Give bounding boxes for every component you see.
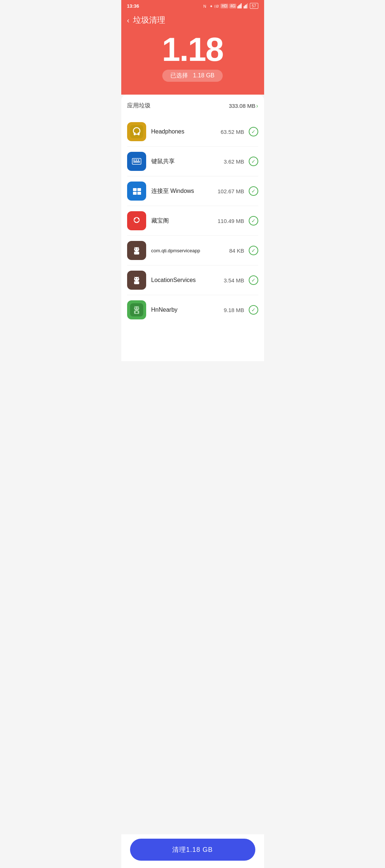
svg-rect-21 [130, 184, 143, 198]
svg-text:(@): (@) [214, 4, 219, 8]
section-header: 应用垃圾 333.08 MB › [127, 102, 258, 110]
app-icon-taobao [127, 211, 146, 230]
app-right: 3.62 MB ✓ [224, 157, 258, 166]
app-right: 110.49 MB ✓ [218, 216, 258, 226]
svg-rect-11 [130, 125, 143, 138]
svg-rect-34 [134, 252, 139, 254]
svg-point-46 [135, 308, 136, 308]
check-icon[interactable]: ✓ [249, 305, 258, 315]
svg-rect-41 [134, 281, 139, 284]
app-name: Headphones [151, 128, 185, 135]
app-right: 84 KB ✓ [229, 246, 258, 255]
app-icon-headphones [127, 122, 146, 141]
svg-text:✦: ✦ [210, 4, 213, 8]
page-header: ‹ 垃圾清理 [121, 11, 264, 26]
list-item[interactable]: 键鼠共享 3.62 MB ✓ [127, 147, 258, 176]
app-info: 藏宝阁 [151, 217, 218, 225]
nfc-icon: N [203, 3, 208, 8]
svg-point-40 [137, 278, 138, 279]
hnnearby-svg [130, 303, 143, 316]
content-area: 应用垃圾 333.08 MB › Headphones 63.52 MB [121, 95, 264, 361]
app-info: 连接至 Windows [151, 187, 218, 195]
app-size: 3.62 MB [224, 158, 244, 165]
hero-section: 1.18 已选择 1.18 GB [121, 26, 264, 95]
check-icon[interactable]: ✓ [249, 275, 258, 285]
svg-rect-4 [238, 5, 240, 8]
app-name: 藏宝阁 [151, 217, 169, 224]
app-size: 9.18 MB [224, 307, 244, 313]
android-dpm-svg [130, 244, 143, 257]
hero-badge: 已选择 1.18 GB [162, 70, 222, 82]
4g-badge: 4G [229, 4, 236, 8]
svg-point-28 [134, 218, 136, 219]
section-title: 应用垃圾 [127, 102, 151, 110]
app-name: com.qti.dpmserviceapp [151, 248, 200, 253]
app-info: Headphones [151, 128, 221, 135]
check-icon[interactable]: ✓ [249, 216, 258, 226]
app-icon-keyboard [127, 152, 146, 171]
list-item[interactable]: 藏宝阁 110.49 MB ✓ [127, 206, 258, 236]
taobao-svg [130, 214, 143, 227]
app-right: 102.67 MB ✓ [218, 186, 258, 196]
svg-rect-7 [244, 6, 245, 8]
page-title: 垃圾清理 [133, 15, 165, 26]
app-size: 3.54 MB [224, 277, 244, 283]
keyboard-svg [130, 155, 143, 168]
app-right: 63.52 MB ✓ [221, 127, 258, 136]
check-icon[interactable]: ✓ [249, 246, 258, 255]
svg-rect-23 [137, 188, 141, 191]
headphones-svg [130, 125, 143, 138]
check-icon[interactable]: ✓ [249, 157, 258, 166]
signal-icon-2 [244, 3, 249, 8]
hd-badge: HD [221, 4, 228, 8]
app-name: HnNearby [151, 307, 178, 313]
app-info: LocationServices [151, 277, 224, 283]
battery-icon: 57 [250, 3, 258, 9]
hero-badge-label: 已选择 [170, 72, 188, 78]
app-info: HnNearby [151, 307, 224, 313]
app-icon-windows [127, 182, 146, 201]
svg-rect-24 [133, 192, 137, 195]
svg-point-29 [138, 218, 139, 219]
app-icon-location [127, 271, 146, 290]
windows-svg [130, 184, 143, 198]
app-name: 连接至 Windows [151, 188, 194, 194]
svg-text:N: N [203, 4, 206, 8]
svg-point-32 [135, 249, 136, 249]
list-item[interactable]: 连接至 Windows 102.67 MB ✓ [127, 176, 258, 206]
app-size: 63.52 MB [221, 129, 244, 135]
app-right: 3.54 MB ✓ [224, 275, 258, 285]
app-icon-hnnearby [127, 300, 146, 319]
svg-rect-14 [138, 132, 140, 135]
svg-point-47 [137, 308, 138, 308]
list-item[interactable]: HnNearby 9.18 MB ✓ [127, 295, 258, 325]
app-right: 9.18 MB ✓ [224, 305, 258, 315]
svg-rect-6 [241, 3, 242, 8]
svg-rect-17 [133, 160, 135, 161]
app-name: LocationServices [151, 277, 196, 283]
svg-rect-22 [133, 188, 137, 191]
app-list: Headphones 63.52 MB ✓ 键鼠共享 [127, 117, 258, 325]
status-icons: N ✦ (@) HD 4G 57 [203, 3, 258, 9]
check-icon[interactable]: ✓ [249, 186, 258, 196]
svg-rect-20 [133, 161, 140, 162]
svg-point-39 [135, 278, 136, 279]
app-icon-dpm [127, 241, 146, 260]
section-size: 333.08 MB [229, 103, 256, 109]
check-icon[interactable]: ✓ [249, 127, 258, 136]
bluetooth-icon: ✦ [210, 3, 213, 8]
signal-icon-1 [237, 3, 243, 8]
status-time: 13:36 [127, 3, 139, 9]
list-item[interactable]: LocationServices 3.54 MB ✓ [127, 265, 258, 295]
back-button[interactable]: ‹ [127, 17, 130, 24]
svg-rect-25 [137, 192, 141, 195]
list-item[interactable]: Headphones 63.52 MB ✓ [127, 117, 258, 147]
app-size: 102.67 MB [218, 188, 244, 194]
svg-rect-8 [245, 5, 246, 8]
svg-rect-19 [138, 160, 139, 161]
svg-rect-5 [240, 4, 241, 8]
svg-point-33 [137, 249, 138, 249]
app-size: 110.49 MB [218, 218, 244, 224]
list-item[interactable]: com.qti.dpmserviceapp 84 KB ✓ [127, 236, 258, 265]
app-info: 键鼠共享 [151, 158, 224, 165]
